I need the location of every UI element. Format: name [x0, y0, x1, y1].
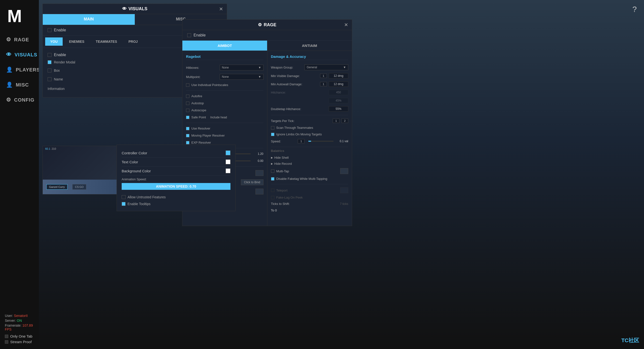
name-checkbox[interactable]: [48, 77, 52, 81]
exp-resolver-checkbox[interactable]: [186, 141, 190, 144]
hide-record-row[interactable]: ▶ Hide Record: [271, 161, 348, 167]
user-label: User:: [5, 314, 13, 318]
visuals-sub-tab-you[interactable]: YOU: [45, 38, 63, 46]
speed-prefix[interactable]: 1: [298, 139, 304, 143]
sidebar-item-misc[interactable]: 👤 MISC: [0, 77, 39, 92]
sidebar-item-rage[interactable]: ⚙ RAGE: [0, 32, 39, 47]
pointscales-label: Use Individual Pointscales: [191, 83, 228, 87]
speed-slider[interactable]: [308, 141, 334, 142]
hide-shell-row[interactable]: ▶ Hide Shell: [271, 155, 348, 161]
user-line: User: SenatorII: [5, 314, 34, 318]
visuals-sub-tab-enemies[interactable]: ENEMIES: [64, 38, 89, 46]
pointscales-checkbox[interactable]: [186, 83, 190, 87]
visuals-title-icon: 👁: [122, 6, 126, 12]
sidebar-item-players[interactable]: 👤 PLAYERS: [0, 62, 39, 77]
autofire-checkbox[interactable]: [186, 95, 190, 98]
multitap-bind[interactable]: [340, 168, 348, 174]
stream-proof-checkbox[interactable]: [5, 340, 8, 344]
min-autowall-damage-row: Min Autowall Damage: 1 12 dmg: [271, 80, 348, 88]
sidebar-item-label-visuals: VISUALS: [14, 52, 38, 58]
visuals-modal-close[interactable]: ✕: [219, 6, 223, 12]
rage-icon: ⚙: [6, 37, 11, 43]
server-label: Server:: [5, 319, 16, 322]
text-color-picker[interactable]: [226, 159, 230, 164]
jitter-bind[interactable]: [256, 170, 264, 176]
box-checkbox[interactable]: [48, 69, 52, 72]
weapon-group-dropdown[interactable]: General ▼: [304, 64, 348, 70]
targets-val1[interactable]: 1: [333, 119, 340, 123]
to-zero-row: To 0: [271, 207, 348, 214]
app-logo: M: [0, 5, 29, 32]
flip-bind-button[interactable]: Click to Bind: [241, 179, 264, 185]
doubletap-hitchance-row: Doubletap Hitchance: 55%: [271, 105, 348, 113]
multipoint-dropdown[interactable]: None ▼: [220, 74, 264, 80]
controller-color-picker[interactable]: [226, 150, 230, 155]
disable-fakelag-checkbox[interactable]: [271, 177, 274, 181]
bg-color-picker[interactable]: [226, 168, 230, 173]
rage-modal-close[interactable]: ✕: [344, 22, 348, 28]
exp-resolver-label: EXP Resolver: [191, 141, 211, 144]
weapon-group-val: General: [307, 66, 317, 69]
visuals-sub-tab-teammates[interactable]: TEAMMATES: [90, 38, 122, 46]
moving-resolver-checkbox[interactable]: [186, 134, 190, 137]
only-one-tab-row[interactable]: Only One Tab: [5, 334, 34, 338]
forwardtrack-bind[interactable]: [256, 189, 264, 194]
hitboxes-arrow: ▼: [258, 66, 261, 69]
hitchance-1-val: 450: [329, 90, 348, 95]
teleport-bind[interactable]: [340, 187, 348, 193]
hitboxes-dropdown[interactable]: None ▼: [220, 65, 264, 71]
enable-tooltips-checkbox[interactable]: [122, 202, 126, 206]
hitchance-2-val: 45%: [329, 98, 348, 103]
moving-resolver-row: Moving Player Resolver: [186, 132, 264, 139]
safepoint-row: Safe Point Include head: [186, 114, 264, 121]
information-label: Information: [48, 87, 181, 91]
targets-per-tick-label: Targets Per Tick:: [271, 119, 331, 123]
animation-speed-bar[interactable]: ANIMATION SPEED: 0.70: [122, 183, 230, 190]
targets-val2[interactable]: 2: [342, 119, 348, 123]
autostop-checkbox[interactable]: [186, 102, 190, 105]
sidebar-item-label-config: CONFIG: [14, 97, 34, 103]
rage-tab-aimbot[interactable]: AIMBOT: [182, 41, 267, 51]
stream-proof-row[interactable]: Stream Proof: [5, 340, 34, 344]
visuals-inner-enable-checkbox[interactable]: [48, 53, 52, 57]
multitap-checkbox[interactable]: [271, 169, 274, 173]
ignore-limbs-label: Ignore Limbs On Moving Targets: [276, 132, 322, 136]
autoscope-checkbox[interactable]: [186, 109, 190, 112]
min-autowall-prefix[interactable]: 1: [320, 82, 327, 86]
visuals-enable-checkbox[interactable]: [48, 28, 52, 32]
rage-enable-checkbox[interactable]: [187, 33, 191, 37]
animation-speed-row: Animation Speed: ANIMATION SPEED: 0.70: [122, 175, 230, 194]
teleport-checkbox[interactable]: [271, 189, 274, 192]
scan-teammates-checkbox[interactable]: [271, 126, 274, 130]
min-visible-prefix[interactable]: 1: [320, 74, 327, 78]
speed-label: Speed:: [271, 140, 296, 143]
autofire-label: Autofire: [191, 94, 202, 98]
min-autowall-damage-val: 12 dmg: [329, 81, 348, 87]
hide-record-label: Hide Record: [274, 162, 292, 166]
visuals-tab-main[interactable]: MAIN: [43, 14, 135, 25]
hitchance-1-label: Hitchance:: [271, 91, 327, 94]
hitboxes-val: None: [222, 66, 229, 69]
visuals-sub-tab-proj[interactable]: PROJ: [123, 38, 143, 46]
animation-speed-label: Animation Speed:: [122, 177, 230, 181]
sidebar-item-visuals[interactable]: 👁 VISUALS: [0, 47, 39, 62]
fake-lag-row: Fake-Lag On Peek: [271, 194, 348, 200]
autostop-label: Autostop: [191, 101, 204, 105]
resolver-checkbox[interactable]: [186, 127, 190, 130]
sidebar-bottom: User: SenatorII Server: ON Framerate: 10…: [0, 310, 39, 349]
ignore-limbs-checkbox[interactable]: [271, 133, 274, 136]
sidebar: M ⚙ RAGE 👁 VISUALS 👤 PLAYERS 👤 MISC ⚙ CO…: [0, 0, 39, 349]
safepoint-checkbox[interactable]: [186, 116, 190, 119]
allow-untrusted-row: Allow Untrusted Features: [122, 194, 230, 200]
speed-val: 0.1 val: [337, 140, 348, 143]
rage-tab-antiaim[interactable]: ANTIAIM: [267, 41, 352, 51]
fake-lag-checkbox[interactable]: [271, 196, 274, 199]
render-modal-checkbox[interactable]: [48, 60, 52, 64]
only-one-tab-checkbox[interactable]: [5, 335, 8, 338]
hide-shell-arrow: ▶: [271, 156, 273, 159]
help-button[interactable]: ?: [632, 5, 637, 14]
controller-color-label: Controller Color: [122, 151, 223, 155]
scan-teammates-row: Scan Through Teammates: [271, 124, 348, 131]
sidebar-item-config[interactable]: ⚙ CONFIG: [0, 92, 39, 107]
allow-untrusted-checkbox[interactable]: [122, 195, 126, 199]
